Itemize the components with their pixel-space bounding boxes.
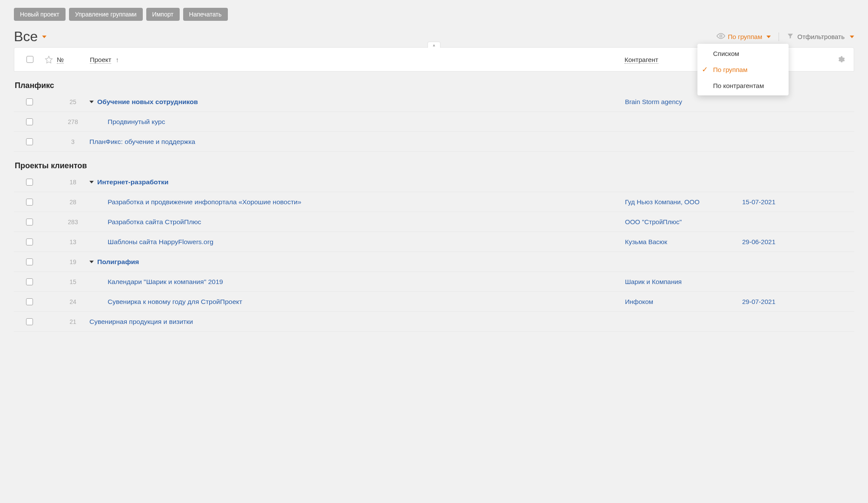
row-number: 19 [56,258,89,265]
table-row: 15Календари "Шарик и компания" 2019Шарик… [14,272,854,292]
contragent-link[interactable]: Кузьма Васюк [625,238,667,245]
project-link[interactable]: Интернет-разработки [97,178,168,186]
project-link[interactable]: Обучение новых сотрудников [97,98,198,106]
filter-icon [787,33,794,41]
row-date: 15-07-2021 [742,198,833,206]
row-number: 28 [56,199,89,206]
table-row: 28Разработка и продвижение инфопортала «… [14,192,854,212]
row-number: 25 [56,98,89,105]
row-checkbox[interactable] [26,298,33,305]
project-link[interactable]: Разработка сайта СтройПлюс [96,218,201,226]
table-row: 19Полиграфия [14,252,854,272]
column-project[interactable]: Проект [90,56,111,64]
caret-down-icon [42,36,46,38]
row-checkbox[interactable] [26,258,33,265]
row-number: 18 [56,179,89,186]
check-icon: ✓ [702,65,708,74]
page-title: Все [14,29,38,45]
group-title: Проекты клиентов [15,161,854,170]
contragent-link[interactable]: Инфоком [625,298,653,305]
project-link[interactable]: Полиграфия [97,258,139,266]
contragent-link[interactable]: Шарик и Компания [625,278,682,285]
filter-dropdown[interactable]: Отфильтровать [787,33,854,41]
row-date: 29-07-2021 [742,298,833,305]
column-contragent[interactable]: Контрагент [625,56,658,64]
row-checkbox[interactable] [26,219,33,225]
project-link[interactable]: ПланФикс: обучение и поддержка [89,138,195,146]
contragent-link[interactable]: ООО "СтройПлюс" [625,218,682,225]
settings-icon[interactable] [833,56,848,64]
row-checkbox[interactable] [26,238,33,245]
import-button[interactable]: Импорт [146,8,180,21]
project-link[interactable]: Продвинутый курс [96,118,165,126]
filter-label: Отфильтровать [797,33,845,40]
contragent-link[interactable]: Brain Storm agency [625,98,682,105]
table-row: 24Сувенирка к новому году для СтройПроек… [14,292,854,312]
page-title-dropdown[interactable]: Все [14,29,46,45]
table-row: 283Разработка сайта СтройПлюсООО "СтройП… [14,212,854,232]
contragent-link[interactable]: Гуд Ньюз Компани, ООО [625,198,700,206]
row-number: 13 [56,238,89,245]
project-link[interactable]: Разработка и продвижение инфопортала «Хо… [96,198,301,206]
expand-icon[interactable] [89,101,94,103]
project-link[interactable]: Шаблоны сайта HappyFlowers.org [96,238,214,246]
row-number: 283 [56,219,89,225]
project-link[interactable]: Сувенирка к новому году для СтройПроект [96,298,242,306]
project-link[interactable]: Сувенирная продукция и визитки [89,318,193,326]
row-number: 15 [56,278,89,285]
select-all-checkbox[interactable] [26,56,33,63]
eye-icon [717,32,725,42]
sort-asc-icon: ↑ [116,56,119,63]
expand-icon[interactable] [89,181,94,183]
table-row: 13Шаблоны сайта HappyFlowers.orgКузьма В… [14,232,854,252]
row-date: 29-06-2021 [742,238,833,245]
row-checkbox[interactable] [26,199,33,206]
separator [779,33,779,41]
view-mode-label: По группам [728,33,762,40]
row-checkbox[interactable] [26,98,33,105]
row-number: 24 [56,298,89,305]
row-checkbox[interactable] [26,179,33,186]
table-row: 21Сувенирная продукция и визитки [14,312,854,332]
view-option-list[interactable]: Списком [697,46,789,62]
toolbar: Новый проект Управление группами Импорт … [14,8,854,21]
row-checkbox[interactable] [26,118,33,125]
view-option-groups[interactable]: ✓ По группам [697,62,789,78]
view-option-contragents[interactable]: По контрагентам [697,78,789,94]
view-mode-dropdown[interactable]: По группам Списком ✓ По группам По контр… [717,32,771,42]
new-project-button[interactable]: Новый проект [14,8,66,21]
row-number: 278 [56,118,89,125]
project-link[interactable]: Календари "Шарик и компания" 2019 [96,278,223,286]
star-column-icon[interactable] [40,56,57,64]
row-number: 3 [56,138,89,145]
row-checkbox[interactable] [26,318,33,325]
caret-down-icon [766,36,771,38]
table-row: 3ПланФикс: обучение и поддержка [14,132,854,152]
collapse-handle[interactable]: ▲ [427,42,441,48]
view-mode-menu: Списком ✓ По группам По контрагентам [697,44,789,95]
row-checkbox[interactable] [26,278,33,285]
table-row: 18Интернет-разработки [14,172,854,192]
caret-down-icon [850,36,854,38]
row-number: 21 [56,318,89,325]
table-row: 278Продвинутый курс [14,112,854,132]
row-checkbox[interactable] [26,138,33,145]
print-button[interactable]: Напечатать [183,8,228,21]
manage-groups-button[interactable]: Управление группами [69,8,143,21]
expand-icon[interactable] [89,261,94,263]
svg-point-0 [720,35,722,37]
column-number[interactable]: № [57,56,64,64]
